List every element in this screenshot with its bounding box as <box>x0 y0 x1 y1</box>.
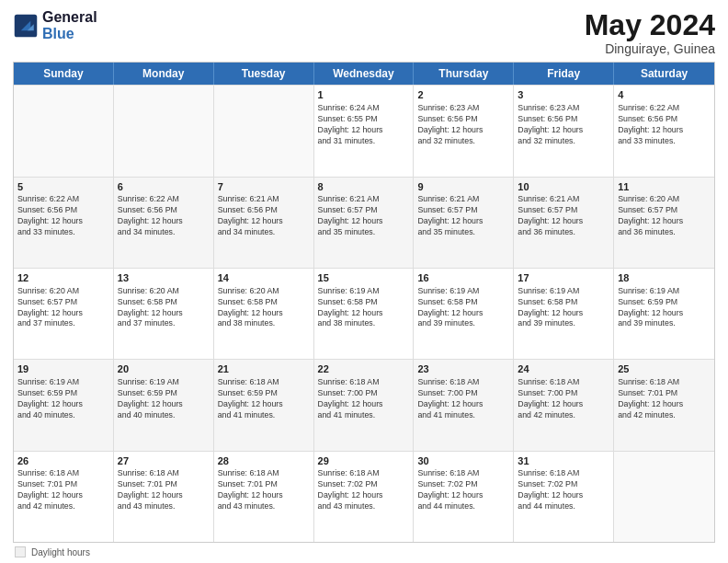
calendar-week: 19Sunrise: 6:19 AM Sunset: 6:59 PM Dayli… <box>14 359 714 450</box>
day-number: 18 <box>618 271 711 285</box>
calendar-cell: 11Sunrise: 6:20 AM Sunset: 6:57 PM Dayli… <box>614 178 714 268</box>
calendar: SundayMondayTuesdayWednesdayThursdayFrid… <box>13 62 715 543</box>
cell-info: Sunrise: 6:18 AM Sunset: 7:00 PM Dayligh… <box>417 377 509 421</box>
page: General Blue May 2024 Dinguiraye, Guinea… <box>0 0 728 563</box>
cell-info: Sunrise: 6:19 AM Sunset: 6:58 PM Dayligh… <box>417 286 509 330</box>
footer: Daylight hours <box>13 546 715 557</box>
calendar-cell: 31Sunrise: 6:18 AM Sunset: 7:02 PM Dayli… <box>514 452 614 542</box>
calendar-week: 5Sunrise: 6:22 AM Sunset: 6:56 PM Daylig… <box>14 177 714 268</box>
cell-info: Sunrise: 6:20 AM Sunset: 6:58 PM Dayligh… <box>218 286 310 330</box>
day-number: 3 <box>518 88 609 102</box>
calendar-cell: 28Sunrise: 6:18 AM Sunset: 7:01 PM Dayli… <box>214 452 314 542</box>
day-number: 4 <box>618 88 711 102</box>
calendar-cell: 22Sunrise: 6:18 AM Sunset: 7:00 PM Dayli… <box>314 360 415 450</box>
logo-line2: Blue <box>42 26 97 42</box>
cell-info: Sunrise: 6:20 AM Sunset: 6:58 PM Dayligh… <box>118 286 210 330</box>
day-number: 25 <box>618 362 711 376</box>
cell-info: Sunrise: 6:18 AM Sunset: 7:02 PM Dayligh… <box>417 468 509 512</box>
day-number: 7 <box>218 180 310 194</box>
calendar-cell: 8Sunrise: 6:21 AM Sunset: 6:57 PM Daylig… <box>314 178 415 268</box>
day-number: 12 <box>17 271 109 285</box>
cell-info: Sunrise: 6:18 AM Sunset: 6:59 PM Dayligh… <box>218 377 310 421</box>
calendar-cell: 2Sunrise: 6:23 AM Sunset: 6:56 PM Daylig… <box>414 86 514 176</box>
cell-info: Sunrise: 6:18 AM Sunset: 7:00 PM Dayligh… <box>318 377 410 421</box>
calendar-week: 1Sunrise: 6:24 AM Sunset: 6:55 PM Daylig… <box>14 85 714 176</box>
day-number: 28 <box>218 454 310 468</box>
day-number: 29 <box>318 454 410 468</box>
cell-info: Sunrise: 6:22 AM Sunset: 6:56 PM Dayligh… <box>618 103 711 147</box>
calendar-header-cell: Tuesday <box>214 63 314 85</box>
calendar-cell: 19Sunrise: 6:19 AM Sunset: 6:59 PM Dayli… <box>14 360 114 450</box>
calendar-cell: 13Sunrise: 6:20 AM Sunset: 6:58 PM Dayli… <box>114 269 214 359</box>
calendar-cell <box>214 86 314 176</box>
day-number: 5 <box>17 180 109 194</box>
calendar-header-cell: Saturday <box>614 63 714 85</box>
calendar-header-row: SundayMondayTuesdayWednesdayThursdayFrid… <box>14 63 714 85</box>
calendar-cell: 12Sunrise: 6:20 AM Sunset: 6:57 PM Dayli… <box>14 269 114 359</box>
cell-info: Sunrise: 6:18 AM Sunset: 7:02 PM Dayligh… <box>518 468 609 512</box>
calendar-cell: 7Sunrise: 6:21 AM Sunset: 6:56 PM Daylig… <box>214 178 314 268</box>
day-number: 13 <box>118 271 210 285</box>
cell-info: Sunrise: 6:18 AM Sunset: 7:02 PM Dayligh… <box>318 468 410 512</box>
cell-info: Sunrise: 6:23 AM Sunset: 6:56 PM Dayligh… <box>417 103 509 147</box>
day-number: 24 <box>518 362 609 376</box>
cell-info: Sunrise: 6:18 AM Sunset: 7:01 PM Dayligh… <box>618 377 711 421</box>
calendar-header-cell: Monday <box>114 63 214 85</box>
cell-info: Sunrise: 6:19 AM Sunset: 6:59 PM Dayligh… <box>17 377 109 421</box>
day-number: 1 <box>318 88 410 102</box>
calendar-cell <box>114 86 214 176</box>
cell-info: Sunrise: 6:22 AM Sunset: 6:56 PM Dayligh… <box>118 194 210 238</box>
calendar-cell <box>614 452 714 542</box>
calendar-cell: 27Sunrise: 6:18 AM Sunset: 7:01 PM Dayli… <box>114 452 214 542</box>
day-number: 26 <box>17 454 109 468</box>
calendar-cell: 25Sunrise: 6:18 AM Sunset: 7:01 PM Dayli… <box>614 360 714 450</box>
cell-info: Sunrise: 6:19 AM Sunset: 6:58 PM Dayligh… <box>318 286 410 330</box>
day-number: 23 <box>417 362 509 376</box>
calendar-week: 12Sunrise: 6:20 AM Sunset: 6:57 PM Dayli… <box>14 268 714 359</box>
location: Dinguiraye, Guinea <box>585 41 715 56</box>
calendar-cell: 26Sunrise: 6:18 AM Sunset: 7:01 PM Dayli… <box>14 452 114 542</box>
cell-info: Sunrise: 6:21 AM Sunset: 6:57 PM Dayligh… <box>318 194 410 238</box>
cell-info: Sunrise: 6:22 AM Sunset: 6:56 PM Dayligh… <box>17 194 109 238</box>
day-number: 20 <box>118 362 210 376</box>
calendar-week: 26Sunrise: 6:18 AM Sunset: 7:01 PM Dayli… <box>14 451 714 542</box>
day-number: 21 <box>218 362 310 376</box>
cell-info: Sunrise: 6:19 AM Sunset: 6:58 PM Dayligh… <box>518 286 609 330</box>
cell-info: Sunrise: 6:18 AM Sunset: 7:01 PM Dayligh… <box>118 468 210 512</box>
day-number: 8 <box>318 180 410 194</box>
calendar-cell: 20Sunrise: 6:19 AM Sunset: 6:59 PM Dayli… <box>114 360 214 450</box>
title-block: May 2024 Dinguiraye, Guinea <box>585 9 715 56</box>
day-number: 15 <box>318 271 410 285</box>
calendar-header-cell: Friday <box>514 63 614 85</box>
day-number: 27 <box>118 454 210 468</box>
day-number: 9 <box>417 180 509 194</box>
cell-info: Sunrise: 6:18 AM Sunset: 7:01 PM Dayligh… <box>17 468 109 512</box>
cell-info: Sunrise: 6:20 AM Sunset: 6:57 PM Dayligh… <box>17 286 109 330</box>
cell-info: Sunrise: 6:24 AM Sunset: 6:55 PM Dayligh… <box>318 103 410 147</box>
legend-box <box>15 546 26 557</box>
calendar-cell: 9Sunrise: 6:21 AM Sunset: 6:57 PM Daylig… <box>414 178 514 268</box>
cell-info: Sunrise: 6:21 AM Sunset: 6:57 PM Dayligh… <box>518 194 609 238</box>
cell-info: Sunrise: 6:21 AM Sunset: 6:57 PM Dayligh… <box>417 194 509 238</box>
calendar-cell: 24Sunrise: 6:18 AM Sunset: 7:00 PM Dayli… <box>514 360 614 450</box>
day-number: 30 <box>417 454 509 468</box>
cell-info: Sunrise: 6:19 AM Sunset: 6:59 PM Dayligh… <box>118 377 210 421</box>
calendar-cell: 15Sunrise: 6:19 AM Sunset: 6:58 PM Dayli… <box>314 269 415 359</box>
calendar-header-cell: Sunday <box>14 63 114 85</box>
legend-label: Daylight hours <box>31 547 90 557</box>
day-number: 11 <box>618 180 711 194</box>
calendar-cell: 30Sunrise: 6:18 AM Sunset: 7:02 PM Dayli… <box>414 452 514 542</box>
calendar-header-cell: Wednesday <box>314 63 415 85</box>
calendar-cell: 3Sunrise: 6:23 AM Sunset: 6:56 PM Daylig… <box>514 86 614 176</box>
logo-line1: General <box>42 9 97 26</box>
calendar-cell: 16Sunrise: 6:19 AM Sunset: 6:58 PM Dayli… <box>414 269 514 359</box>
day-number: 14 <box>218 271 310 285</box>
day-number: 6 <box>118 180 210 194</box>
calendar-cell: 1Sunrise: 6:24 AM Sunset: 6:55 PM Daylig… <box>314 86 415 176</box>
day-number: 31 <box>518 454 609 468</box>
calendar-cell: 21Sunrise: 6:18 AM Sunset: 6:59 PM Dayli… <box>214 360 314 450</box>
day-number: 16 <box>417 271 509 285</box>
logo-text: General Blue <box>42 9 97 41</box>
calendar-cell: 10Sunrise: 6:21 AM Sunset: 6:57 PM Dayli… <box>514 178 614 268</box>
calendar-cell: 23Sunrise: 6:18 AM Sunset: 7:00 PM Dayli… <box>414 360 514 450</box>
